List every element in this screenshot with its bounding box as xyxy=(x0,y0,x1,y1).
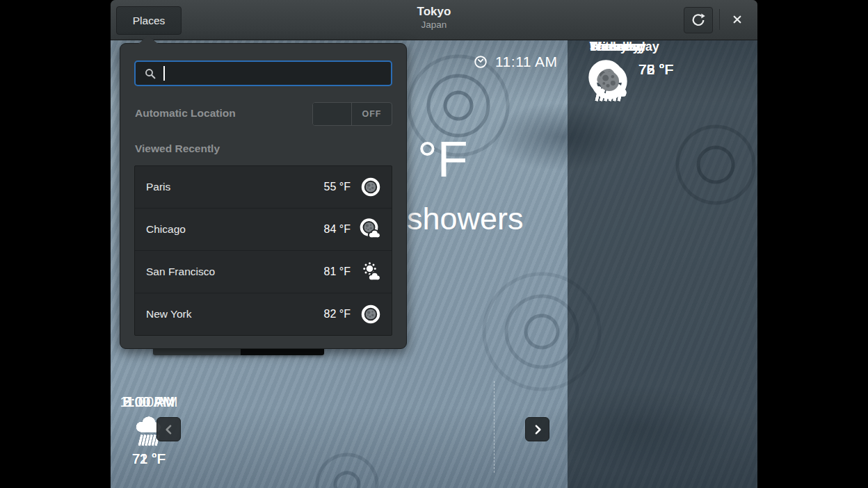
chevron-left-icon xyxy=(162,423,176,437)
hourly-next-button[interactable] xyxy=(525,417,549,441)
clear-night-icon xyxy=(588,60,631,103)
chevron-right-icon xyxy=(531,423,545,437)
list-item[interactable]: San Francisco 81 °F xyxy=(135,251,392,293)
page-title: Tokyo xyxy=(111,5,757,19)
city-temp: 81 °F xyxy=(324,266,351,278)
city-name: New York xyxy=(146,308,324,320)
recent-cities-list: Paris 55 °F Chicago 84 °F San Francisco … xyxy=(134,165,392,336)
clear-night-icon xyxy=(360,176,382,198)
automatic-location-label: Automatic Location xyxy=(135,107,236,120)
places-button-label: Places xyxy=(133,15,166,27)
clock-icon xyxy=(473,54,488,70)
current-time-label: 11:11 AM xyxy=(495,54,558,70)
city-name: Chicago xyxy=(146,223,324,236)
day-temp: 76 °F xyxy=(638,61,673,78)
few-clouds-day-icon xyxy=(360,261,382,283)
list-item[interactable]: Paris 55 °F xyxy=(135,166,392,209)
city-name: Paris xyxy=(146,181,324,193)
refresh-icon xyxy=(691,13,706,28)
weather-app-window: 11:11 AM °F showers Tuesday 72 °F Wednes… xyxy=(111,0,757,488)
hour-temp: 72 °F xyxy=(111,451,187,467)
refresh-button[interactable] xyxy=(684,7,713,33)
daily-forecast-row: Saturday 76 °F xyxy=(588,40,757,123)
toggle-state-label: OFF xyxy=(352,103,392,125)
search-icon xyxy=(143,67,157,81)
city-name: San Francisco xyxy=(146,266,324,278)
list-item[interactable]: New York 82 °F xyxy=(135,293,392,335)
city-temp: 55 °F xyxy=(324,181,351,193)
text-caret xyxy=(163,66,165,81)
hourly-section-divider xyxy=(494,381,495,473)
condition-label: showers xyxy=(407,201,524,237)
viewed-recently-label: Viewed Recently xyxy=(135,143,220,155)
headerbar: Places Tokyo Japan xyxy=(111,0,757,40)
header-separator xyxy=(719,9,720,30)
places-popover: Automatic Location OFF Viewed Recently P… xyxy=(120,43,407,349)
window-title-box: Tokyo Japan xyxy=(111,5,757,31)
close-icon xyxy=(730,13,744,26)
temperature-unit-label: °F xyxy=(417,134,468,184)
list-item[interactable]: Chicago 84 °F xyxy=(135,209,392,251)
automatic-location-toggle[interactable]: OFF xyxy=(312,102,392,126)
city-temp: 82 °F xyxy=(324,308,351,320)
toggle-knob xyxy=(313,103,352,125)
automatic-location-row: Automatic Location OFF xyxy=(135,102,392,126)
day-label: Saturday xyxy=(590,40,757,54)
city-temp: 84 °F xyxy=(324,223,351,236)
page-subtitle: Japan xyxy=(111,19,757,31)
hour-label: 2:00 PM xyxy=(111,394,187,410)
clear-night-icon xyxy=(360,303,382,325)
close-button[interactable] xyxy=(725,8,749,31)
current-time: 11:11 AM xyxy=(473,54,558,70)
search-input[interactable] xyxy=(134,60,392,86)
hourly-prev-button[interactable] xyxy=(156,417,181,441)
few-clouds-night-icon xyxy=(360,218,382,241)
places-button[interactable]: Places xyxy=(116,6,182,35)
popover-arrow xyxy=(138,35,158,44)
